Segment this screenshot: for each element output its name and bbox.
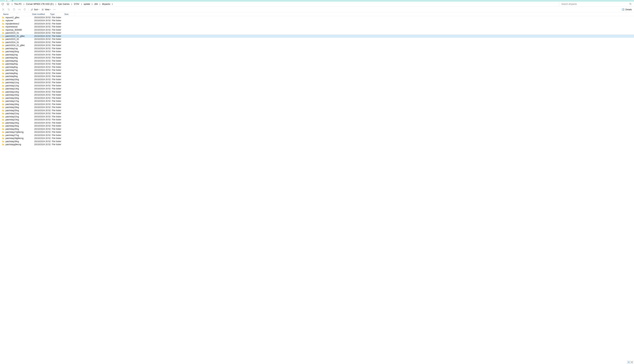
breadcrumb-item[interactable]: This PC [13, 2, 23, 6]
copy-icon[interactable] [7, 8, 11, 12]
table-row[interactable]: patchday2bng20/10/2024 20:52File folder [0, 50, 634, 53]
column-header-date[interactable]: Date modified [32, 13, 50, 15]
breadcrumb-item[interactable]: dlcpacks [101, 2, 112, 6]
table-row[interactable]: patchday28ng20/10/2024 20:52File folder [0, 140, 634, 143]
row-name: patchday26ng [6, 128, 34, 130]
table-row[interactable]: patchday4ng20/10/2024 20:52File folder [0, 59, 634, 62]
chevron-right-icon[interactable]: ❯ [55, 3, 57, 5]
table-row[interactable]: patchday25ng20/10/2024 20:52File folder [0, 124, 634, 128]
details-view-toggle[interactable] [627, 361, 630, 364]
row-type: File folder [52, 100, 66, 102]
column-header-size[interactable]: Size [65, 13, 75, 15]
table-row[interactable]: patchday24ng20/10/2024 20:52File folder [0, 121, 634, 124]
address-bar: ❯ This PC❯Corsair MP600 1TB SSD (D:)❯Epi… [0, 2, 634, 7]
paste-icon[interactable] [12, 8, 16, 12]
view-button[interactable]: View ▾ [40, 8, 52, 11]
table-row[interactable]: patchday10ng20/10/2024 20:52File folder [0, 78, 634, 81]
table-row[interactable]: mpsum2_g9ec20/10/2024 20:52File folder [0, 16, 634, 19]
chevron-right-icon[interactable]: ❯ [111, 3, 113, 5]
sort-button[interactable]: Sort ▾ [30, 8, 40, 11]
row-name: patchday10ng [6, 78, 34, 81]
details-pane-button[interactable]: Details [620, 8, 633, 11]
table-row[interactable]: patchday15ng20/10/2024 20:52File folder [0, 94, 634, 97]
table-row[interactable]: patchday9ng20/10/2024 20:52File folder [0, 75, 634, 78]
thumbnails-view-toggle[interactable] [630, 361, 633, 364]
view-label: View [45, 8, 50, 11]
table-row[interactable]: patchday23ng20/10/2024 20:52File folder [0, 118, 634, 122]
table-row[interactable]: patchday27g9ecng20/10/2024 20:52File fol… [0, 131, 634, 134]
table-row[interactable]: patchday3ng20/10/2024 20:52File folder [0, 56, 634, 60]
table-row[interactable]: patchday11ng20/10/2024 20:52File folder [0, 81, 634, 84]
table-row[interactable]: patchday13ng20/10/2024 20:52File folder [0, 87, 634, 90]
row-type: File folder [52, 91, 66, 93]
row-date: 20/10/2024 20:52 [34, 66, 52, 68]
table-row[interactable]: patchday7ng20/10/2024 20:52File folder [0, 69, 634, 72]
chevron-right-icon[interactable]: ❯ [81, 3, 83, 5]
chevron-right-icon[interactable]: ❯ [91, 3, 93, 5]
tab-close-icon[interactable]: × [6, 0, 7, 2]
row-type: File folder [52, 94, 66, 96]
delete-icon[interactable] [23, 8, 27, 12]
table-row[interactable]: patchday6ng20/10/2024 20:52File folder [0, 66, 634, 69]
breadcrumb-item[interactable]: update [83, 2, 91, 6]
breadcrumb-item[interactable]: Corsair MP600 1TB SSD (D:) [25, 2, 55, 6]
table-row[interactable]: patchday1ng20/10/2024 20:52File folder [0, 47, 634, 50]
search-box[interactable] [559, 2, 633, 6]
pc-icon[interactable] [6, 2, 10, 6]
row-type: File folder [52, 78, 66, 81]
table-row[interactable]: mpxmas_60449020/10/2024 20:52File folder [0, 28, 634, 32]
search-input[interactable] [561, 3, 629, 6]
table-row[interactable]: patchday20ng20/10/2024 20:52File folder [0, 109, 634, 112]
window-tab[interactable] [5, 0, 11, 1]
more-icon[interactable]: ⋯ [53, 8, 57, 12]
table-row[interactable]: patchday19ng20/10/2024 20:52File folder [0, 106, 634, 109]
chevron-right-icon[interactable]: ❯ [23, 3, 25, 5]
breadcrumb-item[interactable]: x64 [93, 2, 99, 6]
new-tab-icon[interactable]: + [12, 0, 13, 2]
file-list[interactable]: mpsum2_g9ec20/10/2024 20:52File foldermp… [0, 16, 634, 364]
table-row[interactable]: patch2023_0220/10/2024 20:52File folder [0, 38, 634, 41]
table-row[interactable]: mpvalentines220/10/2024 20:52File folder [0, 22, 634, 25]
chevron-right-icon[interactable]: ❯ [99, 3, 101, 5]
table-row[interactable]: patchday22ng20/10/2024 20:52File folder [0, 115, 634, 118]
table-row[interactable]: patchday27ng20/10/2024 20:52File folder [0, 134, 634, 137]
breadcrumbs[interactable]: ❯ This PC❯Corsair MP600 1TB SSD (D:)❯Epi… [10, 2, 559, 6]
chevron-right-icon[interactable]: ❯ [11, 3, 13, 5]
table-row[interactable]: mptuner20/10/2024 20:52File folder [0, 19, 634, 22]
folder-icon [2, 125, 5, 127]
folder-icon [2, 32, 5, 34]
row-type: File folder [52, 118, 66, 121]
table-row[interactable]: patchday21ng20/10/2024 20:52File folder [0, 112, 634, 115]
cut-icon[interactable] [2, 8, 5, 12]
table-row[interactable]: patchdayg9ecng20/10/2024 20:52File folde… [0, 143, 634, 146]
search-icon[interactable] [629, 3, 631, 6]
column-header-name[interactable]: Name ˄ [0, 13, 32, 15]
table-row[interactable]: patch2024_01_g9ec20/10/2024 20:52File fo… [0, 44, 634, 47]
table-row[interactable]: patchday18ng20/10/2024 20:52File folder [0, 103, 634, 106]
breadcrumb-item[interactable]: Epic Games [57, 2, 71, 6]
table-row[interactable]: patchday26ng20/10/2024 20:52File folder [0, 128, 634, 131]
table-row[interactable]: patchday17ng20/10/2024 20:52File folder [0, 100, 634, 103]
folder-icon [2, 16, 5, 18]
table-row[interactable]: mpvinewood20/10/2024 20:52File folder [0, 25, 634, 28]
table-row[interactable]: patchday14ng20/10/2024 20:52File folder [0, 90, 634, 94]
chevron-right-icon[interactable]: ❯ [71, 3, 73, 5]
table-row[interactable]: patchday16ng20/10/2024 20:52File folder [0, 96, 634, 100]
table-row[interactable]: patchday28g9ecng20/10/2024 20:52File fol… [0, 137, 634, 140]
row-name: patchday3ng [6, 56, 34, 59]
table-row[interactable]: patchday12ng20/10/2024 20:52File folder [0, 84, 634, 87]
refresh-icon[interactable] [1, 2, 5, 6]
breadcrumb-item[interactable]: GTAV [73, 2, 81, 6]
row-type: File folder [52, 38, 66, 40]
table-row[interactable]: patch2024_0120/10/2024 20:52File folder [0, 41, 634, 44]
table-row[interactable]: patchday5ng20/10/2024 20:52File folder [0, 62, 634, 66]
rename-icon[interactable] [17, 8, 21, 12]
table-row[interactable]: patchday2ng20/10/2024 20:52File folder [0, 53, 634, 56]
row-date: 20/10/2024 20:52 [34, 16, 52, 19]
table-row[interactable]: patchday8ng20/10/2024 20:52File folder [0, 72, 634, 75]
table-row[interactable]: patch2023_0120/10/2024 20:52File folder [0, 32, 634, 35]
table-row[interactable]: patch2023_01_g9ec20/10/2024 20:52File fo… [0, 34, 634, 38]
row-type: File folder [52, 72, 66, 74]
column-header-type[interactable]: Type [50, 13, 64, 15]
row-date: 20/10/2024 20:52 [34, 125, 52, 127]
